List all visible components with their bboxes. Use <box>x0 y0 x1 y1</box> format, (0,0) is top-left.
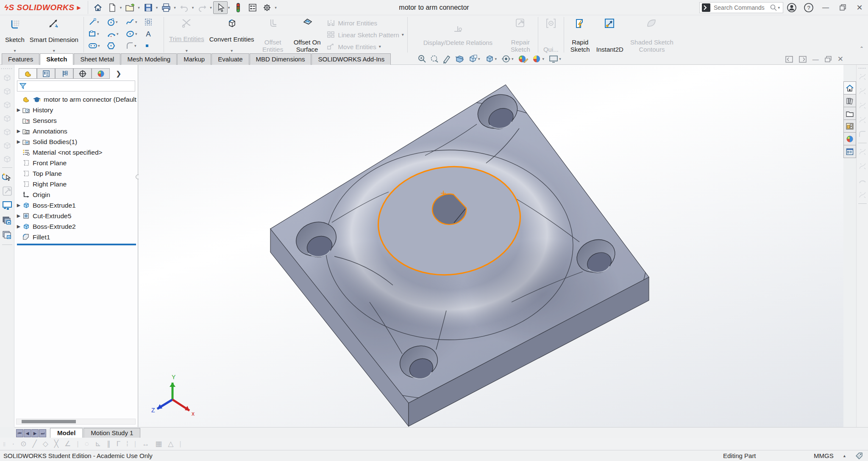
tab-markup[interactable]: Markup <box>177 53 211 65</box>
open-button[interactable] <box>123 1 137 14</box>
search-dropdown[interactable]: ▾ <box>778 6 780 10</box>
task-pane-file-explorer-tab[interactable] <box>843 119 856 133</box>
tab-scroll-first[interactable]: ⏮ <box>16 429 23 437</box>
display-window-icon[interactable] <box>2 200 13 211</box>
display-delete-relations-button[interactable]: Display/Delete Relations <box>410 16 506 53</box>
snap-grid-icon[interactable]: ▦ <box>155 439 162 448</box>
snap-parallel-icon[interactable]: ∥ <box>107 439 111 448</box>
slot-tool[interactable]: ▾ <box>86 42 105 49</box>
sketch-dropdown[interactable]: ▾ <box>14 49 16 53</box>
units-selector[interactable]: MMGS <box>814 452 834 459</box>
repair-sketch-button[interactable]: Repair Sketch <box>506 16 535 53</box>
sketch-tools-icon[interactable] <box>2 186 12 196</box>
task-pane-resources-tab[interactable] <box>843 94 856 107</box>
snap-intersection-icon[interactable]: ╳ <box>54 439 58 448</box>
display-manager-tab[interactable] <box>92 68 110 79</box>
tree-item-annotations[interactable]: ▶AAnnotations <box>15 126 138 136</box>
traffic-light-button[interactable] <box>231 1 245 14</box>
convert-entities-button[interactable]: Convert Entities▾ <box>207 16 257 53</box>
new-document-button[interactable] <box>105 1 120 14</box>
options-list-button[interactable] <box>245 1 260 14</box>
sketch-fillet-tool[interactable]: ▾ <box>124 42 142 50</box>
zoom-to-area-icon[interactable] <box>430 54 439 64</box>
tree-item-right-plane[interactable]: Right Plane <box>15 179 138 189</box>
print-dropdown[interactable]: ▾ <box>174 6 176 10</box>
point-tool[interactable] <box>142 43 161 49</box>
home-button[interactable] <box>91 1 105 14</box>
edit-appearance-button[interactable] <box>518 54 529 64</box>
task-pane-design-library-tab[interactable] <box>843 107 856 120</box>
search-icon[interactable] <box>770 4 777 11</box>
arc-tool[interactable]: ▾ <box>105 30 124 38</box>
undo-dropdown[interactable]: ▾ <box>192 6 194 10</box>
tab-sketch[interactable]: Sketch <box>40 53 73 65</box>
panel-stack-icon[interactable] <box>2 216 13 226</box>
spline-tool[interactable]: ▾ <box>124 18 142 26</box>
rapid-sketch-button[interactable]: Rapid Sketch <box>567 16 594 53</box>
tab-mesh-modeling[interactable]: Mesh Modeling <box>121 53 177 65</box>
linear-sketch-pattern-button[interactable]: Linear Sketch Pattern▾ <box>326 30 404 40</box>
rectangle-tool[interactable]: ▾ <box>86 30 105 38</box>
tab-scroll-prev[interactable]: ◀ <box>24 429 31 437</box>
mirror-entities-button[interactable]: Mirror Entities <box>326 18 404 28</box>
configuration-manager-tab[interactable] <box>55 68 73 79</box>
apply-scene-button[interactable]: ▾ <box>532 54 546 64</box>
help-button[interactable]: ? <box>800 1 817 14</box>
view-back-icon[interactable] <box>3 86 12 96</box>
restore-button[interactable] <box>834 1 851 14</box>
part-motor-to-arm-connector[interactable] <box>139 65 843 427</box>
snap-line-icon[interactable]: ╱ <box>33 439 37 448</box>
minimize-button[interactable]: — <box>817 1 834 14</box>
tree-horizontal-scrollbar[interactable] <box>16 419 136 425</box>
new-document-dropdown[interactable]: ▾ <box>120 6 122 10</box>
save-dropdown[interactable]: ▾ <box>156 6 158 10</box>
section-view-icon[interactable] <box>454 54 465 64</box>
tag-icon[interactable] <box>855 452 863 460</box>
tree-root-item[interactable]: motor to arm connector (Default <box>15 94 138 105</box>
redo-dropdown[interactable]: ▾ <box>210 6 212 10</box>
tree-item-front-plane[interactable]: Front Plane <box>15 158 138 168</box>
doc-minimize-icon[interactable]: — <box>812 56 819 63</box>
view-left-icon[interactable] <box>3 100 12 109</box>
offset-entities-button[interactable]: Offset Entities <box>257 16 289 53</box>
print-button[interactable] <box>159 1 173 14</box>
collapse-pane-right-icon[interactable] <box>799 56 807 63</box>
tab-scroll-last[interactable]: ⏭ <box>39 429 46 437</box>
search-input[interactable] <box>713 4 770 11</box>
model-tab[interactable]: Model <box>50 428 83 438</box>
tree-item-boss-extrude2[interactable]: ▶Boss-Extrude2 <box>15 221 138 232</box>
doc-restore-icon[interactable] <box>825 56 832 62</box>
ellipse-tool[interactable]: ▾ <box>124 30 142 38</box>
instant-sketch-region-tool[interactable] <box>142 18 161 26</box>
snap-hv-icon[interactable]: Γ <box>117 440 120 448</box>
tab-evaluate[interactable]: Evaluate <box>211 53 249 65</box>
search-commands-box[interactable]: ▾ <box>699 2 783 13</box>
text-tool[interactable]: A <box>142 30 161 38</box>
view-isometric-icon[interactable] <box>3 154 12 164</box>
hide-show-items-button[interactable]: ▾ <box>501 54 515 64</box>
display-style-button[interactable]: ▾ <box>484 54 498 64</box>
view-bottom-icon[interactable] <box>3 141 12 150</box>
settings-dropdown[interactable]: ▾ <box>275 6 277 10</box>
offset-on-surface-button[interactable]: Offset On Surface <box>289 16 326 53</box>
redo-button[interactable] <box>195 1 209 14</box>
motion-study-tab[interactable]: Motion Study 1 <box>83 428 140 438</box>
logo-expand-arrow[interactable]: ▶ <box>77 5 81 11</box>
property-manager-tab[interactable] <box>37 68 55 79</box>
snap-tangent-icon[interactable]: ◌ <box>85 440 89 448</box>
snap-center-icon[interactable]: ⊙ <box>20 439 26 448</box>
snap-angle-icon[interactable]: ∠ <box>64 439 71 448</box>
open-dropdown[interactable]: ▾ <box>138 6 140 10</box>
tab-solidworks-add-ins[interactable]: SOLIDWORKS Add-Ins <box>312 53 391 65</box>
account-button[interactable] <box>783 1 800 14</box>
tab-scroll-next[interactable]: ▶ <box>31 429 39 437</box>
line-tool[interactable]: ▾ <box>86 18 105 26</box>
snap-quadrant-icon[interactable]: ◇ <box>43 439 48 448</box>
snap-angle2-icon[interactable]: △ <box>168 439 173 448</box>
settings-button[interactable] <box>260 1 274 14</box>
snap-length-icon[interactable]: ↔ <box>142 440 149 448</box>
select-tool-button[interactable] <box>213 1 228 14</box>
previous-view-icon[interactable] <box>442 54 451 64</box>
toolbar-drag-handle[interactable]: •••••• <box>1 67 13 70</box>
move-entities-button[interactable]: Move Entities▾ <box>326 42 404 52</box>
